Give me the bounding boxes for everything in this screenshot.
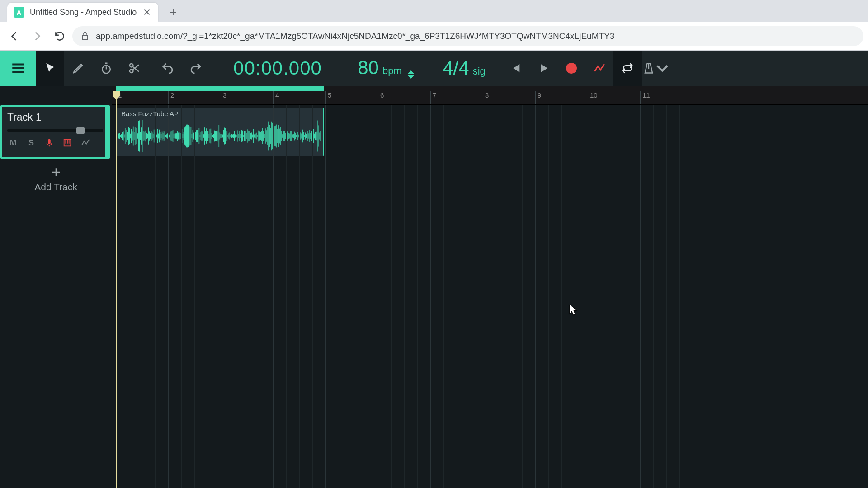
svg-rect-152: [251, 132, 252, 139]
play-button[interactable]: [529, 51, 557, 86]
time-signature-control[interactable]: 4/4 sig: [427, 57, 501, 79]
svg-rect-206: [300, 132, 301, 139]
grid-subline: [208, 105, 208, 488]
bpm-stepper[interactable]: [407, 70, 415, 80]
new-tab-button[interactable]: [165, 5, 181, 20]
lock-icon: [80, 32, 90, 41]
solo-button[interactable]: S: [25, 137, 37, 149]
svg-rect-101: [205, 131, 206, 141]
svg-rect-146: [245, 131, 246, 141]
mute-button[interactable]: M: [7, 137, 19, 149]
grid-line: [535, 105, 536, 488]
svg-rect-18: [130, 134, 131, 138]
bpm-control[interactable]: 80 bpm: [345, 57, 427, 80]
url-input[interactable]: app.ampedstudio.com/?_gl=1*zkt20c*_ga*MT…: [72, 26, 863, 46]
loop-button[interactable]: [613, 51, 642, 86]
svg-rect-202: [296, 135, 297, 137]
ruler-tick: 2: [168, 91, 174, 104]
svg-rect-19: [131, 129, 132, 143]
svg-rect-127: [228, 133, 229, 138]
svg-rect-84: [190, 127, 191, 145]
loop-icon: [621, 62, 634, 75]
svg-rect-87: [193, 130, 193, 142]
timer-tool[interactable]: [92, 51, 120, 86]
svg-rect-7: [120, 135, 121, 137]
svg-rect-100: [204, 127, 205, 145]
svg-rect-157: [255, 134, 256, 139]
svg-rect-44: [154, 130, 155, 143]
timeline: 1234567891011 Bass FuzzTube AP: [112, 86, 868, 488]
pointer-tool[interactable]: [36, 51, 64, 86]
add-track-button[interactable]: Add Track: [0, 159, 112, 200]
redo-button[interactable]: [182, 51, 210, 86]
forward-button[interactable]: [27, 26, 47, 46]
svg-rect-13: [126, 130, 127, 142]
loop-region[interactable]: [116, 86, 324, 91]
midi-button[interactable]: [61, 137, 73, 149]
svg-rect-66: [174, 134, 175, 138]
arm-record-button[interactable]: [43, 137, 55, 149]
svg-rect-114: [217, 130, 218, 142]
svg-rect-39: [149, 131, 150, 140]
ruler[interactable]: 1234567891011: [112, 86, 868, 105]
svg-rect-32: [143, 131, 144, 141]
grid-line: [326, 105, 326, 488]
svg-rect-86: [192, 134, 193, 138]
record-icon: [566, 63, 577, 74]
ruler-tick: 10: [588, 91, 598, 104]
sig-value: 4/4: [443, 57, 469, 79]
go-to-start-button[interactable]: [501, 51, 529, 86]
track-automation-button[interactable]: [80, 137, 91, 149]
svg-rect-183: [279, 129, 280, 144]
svg-rect-213: [306, 134, 307, 138]
ruler-tick: 3: [221, 91, 226, 104]
svg-rect-145: [245, 133, 245, 140]
svg-rect-57: [165, 135, 166, 137]
app-root: 00:00.000 80 bpm 4/4 sig: [0, 51, 868, 488]
time-display[interactable]: 00:00.000: [210, 57, 345, 79]
play-icon: [537, 62, 550, 75]
svg-rect-17: [129, 128, 130, 144]
ruler-ticks: 1234567891011: [112, 91, 868, 104]
record-button[interactable]: [557, 51, 585, 86]
grid-line: [168, 105, 169, 488]
svg-rect-99: [203, 134, 204, 138]
track-lane[interactable]: Bass FuzzTube AP: [112, 106, 868, 159]
pencil-tool[interactable]: [64, 51, 92, 86]
svg-rect-58: [166, 134, 167, 137]
automation-button[interactable]: [585, 51, 613, 86]
back-button[interactable]: [5, 26, 24, 46]
svg-rect-210: [303, 132, 304, 140]
track-header[interactable]: Track 1 M S: [0, 105, 110, 159]
reload-button[interactable]: [50, 26, 70, 46]
svg-rect-198: [292, 134, 293, 137]
metronome-button[interactable]: [642, 51, 670, 86]
svg-rect-228: [320, 131, 321, 141]
audio-clip[interactable]: Bass FuzzTube AP: [116, 108, 324, 156]
svg-rect-64: [172, 131, 173, 141]
svg-rect-180: [276, 125, 277, 148]
tracks-area[interactable]: Bass FuzzTube AP: [112, 105, 868, 488]
svg-rect-72: [179, 132, 180, 140]
svg-rect-21: [133, 127, 134, 146]
browser-tab[interactable]: A Untitled Song - Amped Studio: [7, 3, 158, 22]
mouse-cursor: [569, 304, 578, 316]
svg-rect-80: [186, 125, 187, 148]
cut-tool[interactable]: [120, 51, 148, 86]
slider-thumb[interactable]: [76, 127, 85, 134]
track-name[interactable]: Track 1: [7, 111, 103, 123]
svg-rect-128: [229, 132, 230, 139]
grid-subline: [561, 105, 562, 488]
grid-subline: [575, 105, 575, 488]
grid-subline: [614, 105, 614, 488]
undo-button[interactable]: [154, 51, 182, 86]
svg-rect-139: [239, 131, 240, 141]
main-menu-button[interactable]: [0, 51, 36, 86]
svg-rect-163: [261, 131, 262, 141]
svg-rect-51: [160, 132, 161, 140]
svg-rect-189: [284, 131, 285, 141]
playhead[interactable]: [116, 91, 117, 488]
close-tab-button[interactable]: [142, 7, 152, 17]
svg-rect-182: [278, 125, 279, 147]
volume-slider[interactable]: [7, 129, 103, 132]
